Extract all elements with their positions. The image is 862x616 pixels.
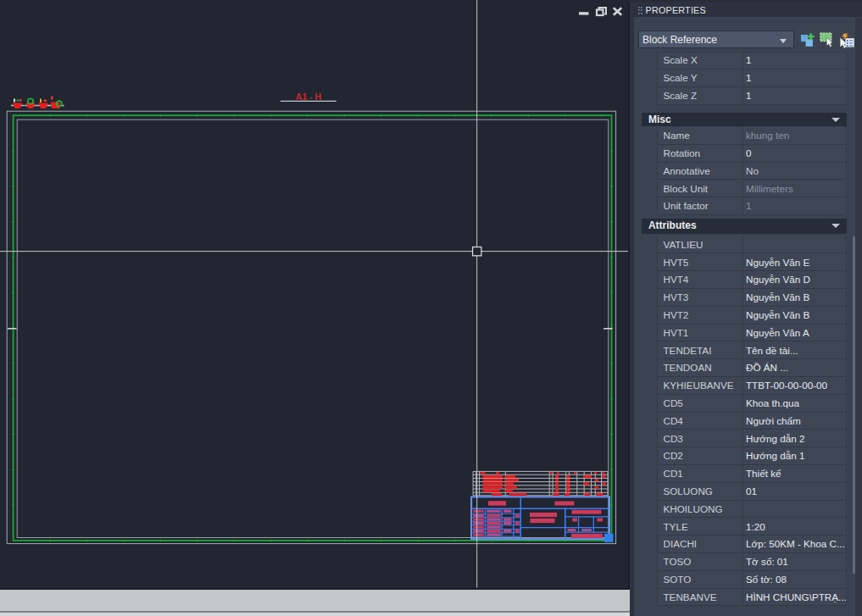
svg-text:A1 - H: A1 - H: [296, 92, 321, 102]
